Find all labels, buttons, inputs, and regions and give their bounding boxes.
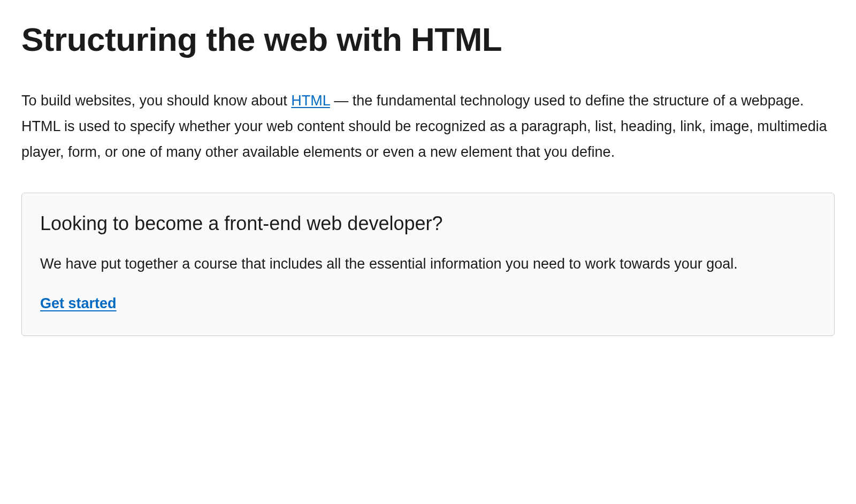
- intro-paragraph: To build websites, you should know about…: [21, 88, 835, 165]
- callout-body: We have put together a course that inclu…: [40, 251, 816, 277]
- callout-box: Looking to become a front-end web develo…: [21, 193, 835, 335]
- html-link[interactable]: HTML: [291, 93, 330, 109]
- intro-text-pre: To build websites, you should know about: [21, 93, 291, 109]
- get-started-link[interactable]: Get started: [40, 295, 117, 312]
- page-title: Structuring the web with HTML: [21, 21, 835, 58]
- callout-title: Looking to become a front-end web develo…: [40, 211, 816, 235]
